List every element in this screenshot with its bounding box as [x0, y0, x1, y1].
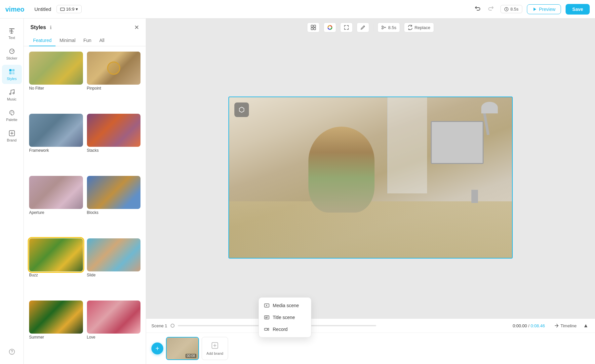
sidebar-item-sticker[interactable]: Sticker	[2, 44, 22, 63]
styles-panel-header: Styles ℹ ✕	[24, 19, 146, 35]
svg-marker-3	[534, 8, 536, 11]
trim-tool-button[interactable]: 8.5s	[377, 22, 400, 32]
svg-rect-9	[9, 69, 12, 71]
style-label-no-filter: No Filter	[29, 86, 83, 91]
layout-icon	[311, 25, 316, 30]
title-area: Untitled	[34, 6, 51, 12]
style-no-filter[interactable]: No Filter	[29, 52, 83, 110]
style-thumb-buzz	[29, 238, 83, 271]
color-tool-button[interactable]	[324, 22, 336, 32]
timeline-area: Scene 1 0:00.00 / 0:08.46	[146, 318, 595, 364]
scene-icon-button[interactable]	[234, 102, 249, 117]
dropdown-title-scene[interactable]: Title scene	[259, 311, 311, 323]
svg-rect-24	[314, 28, 316, 30]
canvas-wrap	[146, 36, 595, 318]
style-label-blocks: Blocks	[87, 210, 141, 215]
style-framework[interactable]: Framework	[29, 114, 83, 172]
layout-tool-button[interactable]	[307, 22, 320, 32]
brand-icon	[8, 130, 16, 137]
tab-minimal[interactable]: Minimal	[56, 35, 79, 46]
scene-clip-duration: 00:08	[185, 354, 196, 358]
add-scene-button[interactable]: +	[151, 343, 163, 354]
style-stacks[interactable]: Stacks	[87, 114, 141, 172]
style-blocks[interactable]: Blocks	[87, 176, 141, 234]
brand-add-icon	[211, 342, 219, 349]
style-thumb-no-filter	[29, 52, 83, 85]
timeline-toggle-button[interactable]: Timeline	[552, 322, 579, 330]
tab-all[interactable]: All	[95, 35, 108, 46]
preview-button[interactable]: Preview	[527, 4, 561, 14]
style-label-aperture: Aperture	[29, 210, 83, 215]
svg-point-20	[12, 353, 12, 354]
style-slide[interactable]: Slide	[87, 238, 141, 297]
scene-clip-1[interactable]: 00:08	[166, 337, 199, 360]
add-brand-button[interactable]: Add brand	[202, 337, 228, 360]
trim-duration: 8.5s	[388, 25, 396, 30]
logo: vimeo	[5, 6, 29, 13]
scene-playhead[interactable]	[171, 324, 175, 328]
style-buzz[interactable]: Buzz	[29, 238, 83, 297]
sidebar-item-styles[interactable]: Styles	[2, 65, 22, 84]
sidebar-item-text[interactable]: Text	[2, 24, 22, 43]
topbar: vimeo Untitled 16:9 ▾ 8.5s Preview Save	[0, 0, 595, 19]
save-button[interactable]: Save	[566, 4, 590, 15]
style-love[interactable]: Love	[87, 301, 141, 359]
x-icon	[554, 323, 559, 328]
edit-tool-button[interactable]	[357, 22, 369, 32]
media-scene-icon	[264, 303, 269, 308]
dropdown-record[interactable]: Record	[259, 323, 311, 335]
help-button[interactable]	[2, 345, 22, 359]
tab-fun[interactable]: Fun	[79, 35, 95, 46]
style-label-framework: Framework	[29, 148, 83, 153]
canvas-area: 8.5s Replace	[146, 19, 595, 364]
dropdown-menu: Media scene Title scene Record	[258, 297, 311, 338]
svg-rect-1	[60, 8, 64, 11]
svg-rect-10	[12, 69, 15, 71]
styles-info-icon[interactable]: ℹ	[50, 25, 52, 30]
styles-panel-close[interactable]: ✕	[134, 24, 139, 31]
video-preview	[229, 97, 512, 258]
style-aperture[interactable]: Aperture	[29, 176, 83, 234]
music-label: Music	[7, 97, 17, 101]
redo-button[interactable]	[487, 4, 496, 15]
current-time: 0:00.00	[513, 323, 527, 328]
sidebar-item-brand[interactable]: Brand	[2, 126, 22, 145]
styles-tabs: Featured Minimal Fun All	[24, 35, 146, 46]
style-summer[interactable]: Summer	[29, 301, 83, 359]
svg-point-13	[10, 93, 11, 95]
undo-button[interactable]	[473, 4, 482, 15]
canvas-toolbar: 8.5s Replace	[146, 19, 595, 36]
style-label-love: Love	[87, 335, 141, 340]
sidebar-item-music[interactable]: Music	[2, 85, 22, 104]
tab-featured[interactable]: Featured	[29, 35, 56, 46]
dropdown-media-scene[interactable]: Media scene	[259, 300, 311, 311]
dropdown-record-label: Record	[273, 327, 288, 332]
replace-tool-button[interactable]: Replace	[404, 22, 434, 32]
expand-tool-button[interactable]	[340, 22, 353, 32]
replace-label: Replace	[415, 25, 430, 30]
svg-text:vimeo: vimeo	[5, 6, 24, 13]
timeline-collapse-button[interactable]: ▲	[582, 321, 590, 330]
svg-point-17	[13, 112, 13, 113]
replace-icon	[408, 25, 413, 30]
sidebar-item-palette[interactable]: Palette	[2, 106, 22, 125]
scene-label: Scene 1	[151, 323, 167, 328]
svg-marker-28	[239, 107, 244, 112]
svg-rect-31	[264, 316, 269, 319]
style-label-summer: Summer	[29, 335, 83, 340]
aspect-ratio-button[interactable]: 16:9 ▾	[57, 5, 82, 13]
svg-point-8	[11, 50, 11, 51]
style-thumb-stacks	[87, 114, 141, 147]
project-title[interactable]: Untitled	[34, 6, 51, 12]
svg-rect-32	[264, 328, 267, 330]
svg-rect-11	[9, 72, 12, 74]
time-separator: /	[528, 323, 530, 328]
style-thumb-blocks	[87, 176, 141, 209]
style-pinpoint[interactable]: Pinpoint	[87, 52, 141, 110]
title-scene-icon	[264, 315, 269, 320]
svg-rect-4	[9, 28, 15, 29]
styles-label: Styles	[7, 77, 17, 81]
music-icon	[8, 89, 16, 96]
palette-icon	[8, 109, 16, 116]
toolbar-separator	[373, 24, 374, 31]
